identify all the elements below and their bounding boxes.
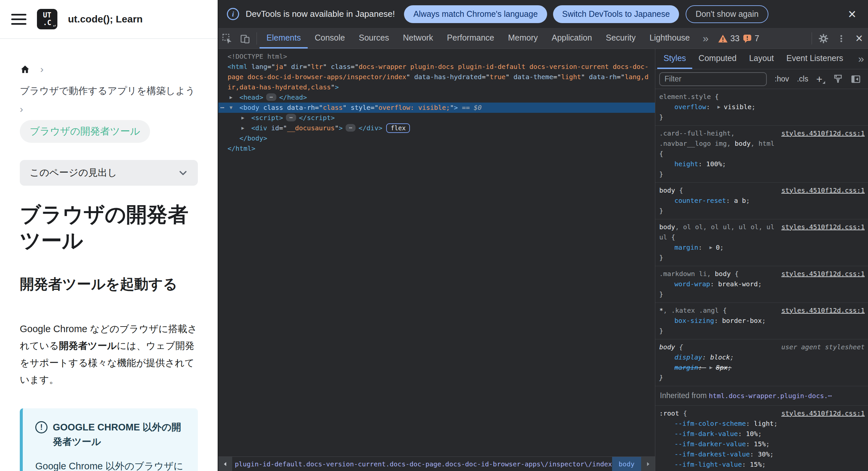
switch-devtools-to-japanese-button[interactable]: Switch DevTools to Japanese — [553, 5, 679, 23]
more-tabs-button[interactable]: » — [697, 28, 715, 49]
expand-arrow-icon[interactable]: ▶ — [241, 113, 251, 123]
css-property[interactable]: --ifm-darker-value: 15%; — [659, 439, 865, 449]
css-property[interactable]: --ifm-color-scheme: light; — [659, 418, 865, 429]
flex-badge[interactable]: flex — [386, 123, 410, 133]
app-root: UT .C ↵ ut.code(); Learn › ブラウザで動作するアプリを… — [0, 0, 868, 471]
hamburger-menu-button[interactable] — [11, 14, 26, 25]
css-property[interactable]: height: 100%; — [659, 159, 865, 169]
expand-arrow-icon[interactable]: ▶ — [229, 92, 240, 102]
rule-source-link[interactable]: styles.4510f12d.css:1 — [781, 222, 865, 232]
toggle-sidebar-button[interactable] — [851, 74, 861, 84]
gear-icon — [818, 33, 829, 44]
rule-source-link[interactable]: styles.4510f12d.css:1 — [781, 128, 865, 138]
errors-badge[interactable]: 7 — [743, 34, 759, 43]
rule-source-link[interactable]: styles.4510f12d.css:1 — [781, 306, 865, 316]
dont-show-again-button[interactable]: Don't show again — [686, 5, 768, 23]
css-property[interactable]: display: block; — [659, 352, 865, 363]
devtools-tab-elements[interactable]: Elements — [259, 28, 308, 49]
devtools-tab-performance[interactable]: Performance — [440, 28, 501, 49]
style-rule: .card--full-height, .navbar__logo img, b… — [655, 126, 868, 183]
inherited-from-link[interactable]: html.docs-wrapper.plugin-docs.⋯ — [709, 392, 832, 400]
devtools-tab-sources[interactable]: Sources — [352, 28, 396, 49]
breadcrumb-section[interactable]: ブラウザで動作するアプリを構築しよう — [20, 85, 198, 98]
expand-children-button[interactable]: ⋯ — [346, 124, 355, 132]
style-rules-list: element.style {overflow: ▶visible;}.card… — [655, 89, 868, 471]
devtools-tab-security[interactable]: Security — [599, 28, 643, 49]
css-property[interactable]: margin: ▶0; — [659, 243, 865, 253]
hamburger-icon — [11, 14, 26, 15]
css-property[interactable]: counter-reset: a b; — [659, 196, 865, 206]
home-icon[interactable] — [20, 64, 30, 74]
css-property[interactable]: overflow: ▶visible; — [659, 102, 865, 112]
rule-selector: :root { — [659, 408, 778, 418]
dom-line[interactable]: </html> — [218, 144, 655, 154]
devtools-close-button[interactable]: × — [850, 28, 868, 49]
devtools-tab-console[interactable]: Console — [308, 28, 352, 49]
toc-toggle[interactable]: このページの見出し — [20, 160, 198, 186]
css-property[interactable]: word-wrap: break-word; — [659, 279, 865, 289]
dom-line-selected[interactable]: ⋯▼<body class data-rh="class" style="ove… — [218, 102, 655, 113]
devtools-tab-memory[interactable]: Memory — [501, 28, 545, 49]
devtools-tab-lighthouse[interactable]: Lighthouse — [643, 28, 696, 49]
logo-return-glyph: ↵ — [53, 22, 56, 29]
dom-line[interactable]: <html lang="ja" dir="ltr" class="docs-wr… — [218, 62, 655, 92]
site-title[interactable]: ut.code(); Learn — [68, 13, 143, 25]
site-logo[interactable]: UT .C ↵ — [37, 9, 57, 29]
rule-selector: .card--full-height, .navbar__logo img, b… — [659, 128, 778, 159]
rule-source-link[interactable]: styles.4510f12d.css:1 — [781, 269, 865, 279]
style-rule: body {user agent stylesheetdisplay: bloc… — [655, 339, 868, 386]
css-property[interactable]: margin: ▶8px; — [659, 363, 865, 373]
device-toolbar-button[interactable] — [236, 28, 254, 49]
warning-count: 33 — [731, 34, 740, 43]
logo-line2: .C — [43, 19, 51, 27]
chevron-double-icon: » — [703, 32, 709, 44]
css-property[interactable]: --ifm-darkest-value: 30%; — [659, 449, 865, 460]
infobar-close-button[interactable]: × — [845, 7, 860, 21]
rule-selector: body { — [659, 185, 778, 196]
dom-line[interactable]: </body> — [218, 133, 655, 144]
styles-tab-layout[interactable]: Layout — [743, 49, 780, 69]
style-rule: element.style {overflow: ▶visible;} — [655, 89, 868, 126]
inspect-element-button[interactable] — [218, 28, 236, 49]
error-bubble-icon — [743, 34, 752, 43]
selected-node-crumb[interactable]: body — [612, 457, 641, 471]
breadcrumb-path[interactable]: plugin-id-default.docs-version-current.d… — [232, 457, 612, 471]
rule-source-link[interactable]: styles.4510f12d.css:1 — [781, 408, 865, 418]
rule-source-link[interactable]: styles.4510f12d.css:1 — [781, 185, 865, 196]
styles-tab-computed[interactable]: Computed — [692, 49, 743, 69]
css-property[interactable]: box-sizing: border-box; — [659, 316, 865, 326]
class-toggle-button[interactable]: .cls — [797, 74, 808, 84]
dom-line[interactable]: ▶<div id="__docusaurus">⋯</div>flex — [218, 123, 655, 133]
expand-arrow-icon[interactable]: ▶ — [241, 123, 251, 133]
styles-tab-event-listeners[interactable]: Event Listeners — [780, 49, 849, 69]
devtools-tab-application[interactable]: Application — [545, 28, 599, 49]
dom-line[interactable]: <!DOCTYPE html> — [218, 52, 655, 62]
css-property[interactable]: --ifm-light-value: 15%; — [659, 460, 865, 470]
rule-selector: body { — [659, 342, 778, 352]
sidebar-more-tabs-button[interactable]: » — [854, 49, 868, 69]
crumb-scroll-left-button[interactable] — [218, 457, 232, 471]
pseudo-state-button[interactable]: :hov — [775, 74, 789, 84]
styles-filter-input[interactable] — [659, 72, 767, 86]
expand-children-button[interactable]: ⋯ — [286, 114, 296, 121]
crumb-scroll-right-button[interactable] — [641, 457, 655, 471]
css-property[interactable]: --ifm-lighter-value: 30%; — [659, 470, 865, 471]
paragraph-bold-term: 開発者ツール — [59, 340, 117, 351]
devtools-tab-network[interactable]: Network — [396, 28, 440, 49]
collapse-arrow-icon[interactable]: ▼ — [229, 102, 240, 113]
expand-children-button[interactable]: ⋯ — [266, 93, 276, 101]
always-match-chrome-s-language-button[interactable]: Always match Chrome's language — [404, 5, 547, 23]
close-icon: × — [856, 31, 863, 45]
devtools-panel: i DevTools is now available in Japanese!… — [218, 0, 868, 471]
dom-line[interactable]: ▶<script>⋯</script> — [218, 113, 655, 123]
rendering-emulation-button[interactable] — [833, 74, 843, 84]
devtools-menu-button[interactable] — [832, 28, 850, 49]
device-toolbar-icon — [240, 33, 250, 44]
settings-button[interactable] — [814, 28, 832, 49]
styles-tab-styles[interactable]: Styles — [657, 49, 692, 69]
warnings-badge[interactable]: 33 — [718, 34, 740, 43]
dom-line[interactable]: ▶<head>⋯</head> — [218, 92, 655, 102]
new-style-rule-button[interactable]: + — [816, 74, 825, 85]
css-property[interactable]: --ifm-dark-value: 10%; — [659, 429, 865, 439]
breadcrumb-current[interactable]: ブラウザの開発者ツール — [20, 120, 150, 143]
